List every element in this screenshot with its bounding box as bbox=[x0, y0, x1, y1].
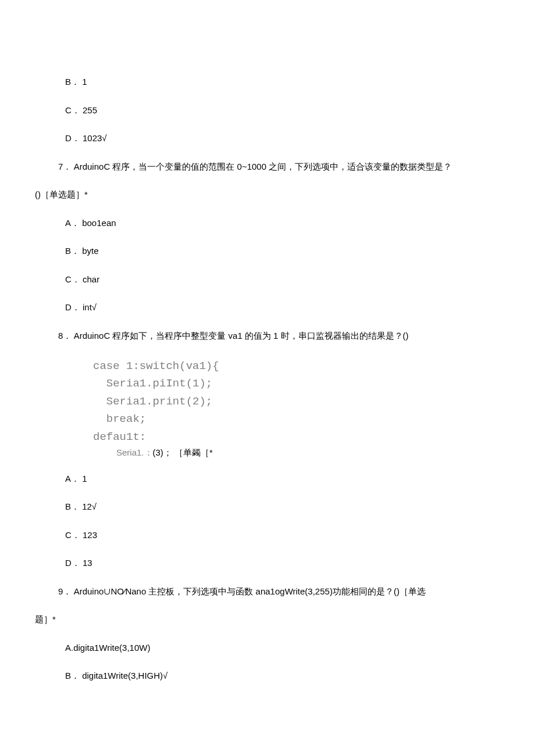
option-8a: A． 1 bbox=[65, 472, 535, 486]
code-block: case 1:switch(va1){ Seria1.piInt(1); Ser… bbox=[93, 357, 535, 460]
option-9a: A.digita1Write(3,10W) bbox=[65, 642, 535, 655]
code-line-6: Seria1.：(3)； ［单蠲［* bbox=[116, 446, 535, 460]
option-6c: C． 255 bbox=[65, 104, 535, 117]
question-7-stem-line2: ()［单选题］* bbox=[35, 188, 535, 202]
option-7d: D． int√ bbox=[65, 301, 535, 314]
question-7-stem-line1: 7． ArduinoC 程序，当一个变量的值的范围在 0~1000 之间，下列选… bbox=[58, 160, 535, 174]
option-8b: B． 12√ bbox=[65, 500, 535, 514]
option-9b: B． digita1Write(3,HIGH)√ bbox=[65, 669, 535, 683]
code-line-5: defau1t: bbox=[93, 428, 535, 446]
code-line-2: Seria1.piInt(1); bbox=[93, 375, 535, 392]
option-7c: C． char bbox=[65, 273, 535, 286]
code-line-3: Seria1.print(2); bbox=[93, 393, 535, 410]
code-line-4: break; bbox=[93, 410, 535, 428]
question-8-stem: 8． ArduinoC 程序如下，当程序中整型变量 va1 的值为 1 时，串口… bbox=[58, 329, 535, 343]
option-8d: D． 13 bbox=[65, 557, 535, 570]
option-8c: C． 123 bbox=[65, 529, 535, 542]
option-7b: B． byte bbox=[65, 245, 535, 258]
option-7a: A． boo1ean bbox=[65, 217, 535, 230]
code-line-6-rest: (3)； ［单蠲［* bbox=[153, 447, 213, 457]
question-9-stem-line1: 9． Arduino∪NO⁄Nano 主控板，下列选项中与函数 ana1ogWr… bbox=[58, 585, 535, 599]
code-line-1: case 1:switch(va1){ bbox=[93, 357, 535, 375]
code-line-6-prefix: Seria1.： bbox=[116, 447, 153, 457]
option-6b: B． 1 bbox=[65, 76, 535, 89]
option-6d: D． 1023√ bbox=[65, 132, 535, 145]
question-9-stem-line2: 题］* bbox=[35, 613, 535, 626]
